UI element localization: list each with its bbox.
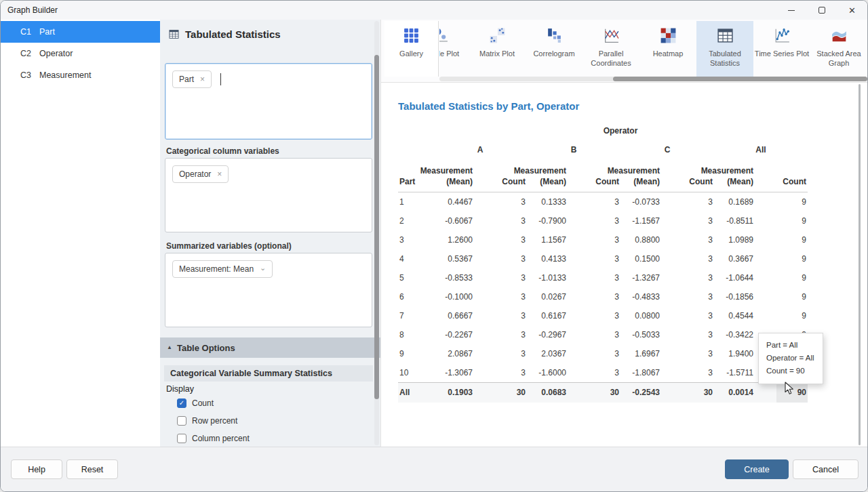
row-variables-box[interactable]: Part ×: [165, 63, 372, 140]
table-cell[interactable]: 3: [683, 344, 714, 363]
table-cell[interactable]: 3: [589, 192, 620, 211]
table-cell[interactable]: -1.6000: [527, 363, 589, 382]
table-cell[interactable]: 3: [496, 306, 527, 325]
table-cell[interactable]: -1.3267: [620, 268, 683, 287]
table-cell[interactable]: -0.8511: [714, 211, 776, 230]
table-cell[interactable]: 9: [776, 306, 808, 325]
table-cell[interactable]: 3: [589, 230, 620, 249]
gallery-item-correlogram[interactable]: Correlogram: [526, 21, 583, 77]
table-cell[interactable]: 0.4133: [527, 249, 589, 268]
gallery-item-tabulated-statistics[interactable]: Tabulated Statistics: [696, 21, 753, 77]
checked-checkbox-icon[interactable]: ✓: [177, 398, 186, 408]
table-cell[interactable]: -1.0644: [714, 268, 776, 287]
table-cell[interactable]: 3: [683, 230, 714, 249]
chip-measurement-mean[interactable]: Measurement: Mean ⌄: [172, 260, 273, 278]
table-cell[interactable]: -0.7900: [527, 211, 589, 230]
table-cell[interactable]: 0.4544: [714, 306, 776, 325]
table-cell[interactable]: -0.6067: [433, 211, 496, 230]
gallery-item-parallel-coordinates[interactable]: Parallel Coordinates: [583, 21, 639, 77]
table-cell[interactable]: 3: [589, 287, 620, 306]
reset-button[interactable]: Reset: [66, 459, 118, 479]
table-cell[interactable]: 3: [683, 325, 714, 344]
table-cell[interactable]: 9: [776, 211, 808, 230]
gallery-item-bubble-plot[interactable]: Bubble Plot: [439, 21, 469, 77]
table-cell[interactable]: 9: [776, 230, 808, 249]
remove-icon[interactable]: ×: [217, 170, 222, 178]
table-cell[interactable]: -0.2967: [527, 325, 589, 344]
table-cell[interactable]: -0.4833: [620, 287, 683, 306]
gallery-scrollbar-thumb[interactable]: [613, 77, 867, 81]
table-cell[interactable]: 1.0989: [714, 230, 776, 249]
table-cell[interactable]: 3: [589, 268, 620, 287]
table-row-part[interactable]: 8: [398, 325, 433, 344]
table-cell[interactable]: 3: [683, 249, 714, 268]
table-cell[interactable]: 3: [683, 287, 714, 306]
gallery-item-stacked-area-graph[interactable]: Stacked Area Graph: [810, 21, 867, 77]
table-cell[interactable]: -0.2543: [620, 382, 683, 403]
table-cell[interactable]: 1.2600: [433, 230, 496, 249]
table-cell[interactable]: 0.5367: [433, 249, 496, 268]
table-cell[interactable]: 3: [683, 192, 714, 211]
table-cell[interactable]: 3: [683, 363, 714, 382]
table-row-part[interactable]: 5: [398, 268, 433, 287]
table-row-part[interactable]: 1: [398, 192, 433, 211]
table-cell[interactable]: 3: [683, 268, 714, 287]
chip-part[interactable]: Part ×: [172, 70, 212, 88]
table-cell[interactable]: 3: [589, 306, 620, 325]
results-scrollbar[interactable]: [859, 84, 861, 445]
table-cell[interactable]: 3: [589, 363, 620, 382]
table-cell[interactable]: 9: [776, 268, 808, 287]
table-cell[interactable]: 3: [496, 192, 527, 211]
table-row-part[interactable]: 4: [398, 249, 433, 268]
table-cell[interactable]: 9: [776, 287, 808, 306]
panel-scrollbar-thumb[interactable]: [374, 55, 379, 399]
table-cell[interactable]: 0.4467: [433, 192, 496, 211]
table-cell[interactable]: 3: [496, 363, 527, 382]
remove-icon[interactable]: ×: [200, 75, 205, 83]
table-cell[interactable]: 3: [589, 249, 620, 268]
table-row-part[interactable]: All: [398, 382, 433, 403]
table-cell[interactable]: 3: [496, 249, 527, 268]
table-cell[interactable]: 0.1333: [527, 192, 589, 211]
table-cell[interactable]: -1.8067: [620, 363, 683, 382]
gallery-item-time-series-plot[interactable]: Time Series Plot: [753, 21, 810, 77]
table-cell[interactable]: 0.1500: [620, 249, 683, 268]
table-cell[interactable]: 2.0367: [527, 344, 589, 363]
table-cell[interactable]: -1.3067: [433, 363, 496, 382]
table-row-part[interactable]: 6: [398, 287, 433, 306]
table-cell[interactable]: 1.6967: [620, 344, 683, 363]
table-cell[interactable]: 0.3667: [714, 249, 776, 268]
table-cell[interactable]: -0.2267: [433, 325, 496, 344]
table-cell[interactable]: 0.6667: [433, 306, 496, 325]
table-cell[interactable]: 30: [683, 382, 714, 403]
cancel-button[interactable]: Cancel: [793, 459, 859, 479]
table-cell[interactable]: 2.0867: [433, 344, 496, 363]
table-cell[interactable]: -0.1856: [714, 287, 776, 306]
table-cell[interactable]: 3: [683, 306, 714, 325]
table-cell[interactable]: -0.8533: [433, 268, 496, 287]
table-row-part[interactable]: 2: [398, 211, 433, 230]
summarized-variables-box[interactable]: Measurement: Mean ⌄: [165, 253, 372, 327]
column-variables-box[interactable]: Operator ×: [165, 158, 372, 232]
table-cell[interactable]: -0.1000: [433, 287, 496, 306]
checkbox-column-percent[interactable]: Column percent: [177, 433, 250, 444]
table-cell[interactable]: 0.0800: [620, 306, 683, 325]
table-cell[interactable]: 3: [589, 344, 620, 363]
table-row-part[interactable]: 7: [398, 306, 433, 325]
unchecked-checkbox-icon[interactable]: [177, 434, 186, 443]
table-cell[interactable]: -1.1567: [620, 211, 683, 230]
sidebar-item-operator[interactable]: C2Operator: [1, 43, 160, 64]
gallery-item-heatmap[interactable]: Heatmap: [639, 21, 696, 77]
table-cell[interactable]: 3: [496, 325, 527, 344]
chip-operator[interactable]: Operator ×: [172, 165, 229, 183]
table-cell[interactable]: 3: [683, 211, 714, 230]
table-cell[interactable]: 0.8800: [620, 230, 683, 249]
table-row-part[interactable]: 9: [398, 344, 433, 363]
table-cell[interactable]: 0.1689: [714, 192, 776, 211]
checkbox-count[interactable]: ✓Count: [177, 398, 214, 409]
unchecked-checkbox-icon[interactable]: [177, 416, 186, 426]
gallery-item-gallery[interactable]: Gallery: [384, 21, 439, 77]
maximize-button[interactable]: [806, 1, 837, 20]
help-button[interactable]: Help: [11, 459, 62, 479]
table-cell[interactable]: 3: [496, 268, 527, 287]
